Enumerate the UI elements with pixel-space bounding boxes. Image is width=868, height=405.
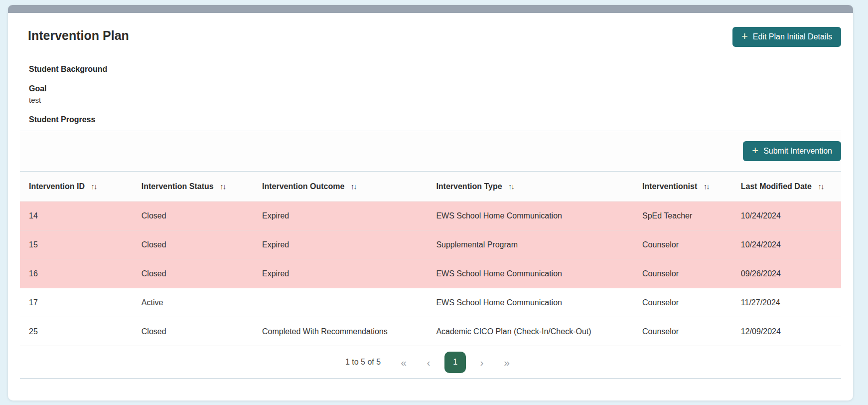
table-body: 14ClosedExpiredEWS School Home Communica…: [20, 202, 841, 346]
cell-id: 16: [20, 259, 133, 288]
cell-type: EWS School Home Communication: [427, 288, 633, 317]
cell-outcome: Expired: [253, 202, 427, 230]
table-row[interactable]: 14ClosedExpiredEWS School Home Communica…: [20, 202, 841, 230]
table-row[interactable]: 25ClosedCompleted With RecommendationsAc…: [20, 317, 841, 346]
column-label: Intervention Type: [436, 182, 502, 191]
sort-icon[interactable]: ↑↓: [351, 182, 356, 191]
card-top-accent-bar: [8, 5, 853, 13]
table-row[interactable]: 17ActiveEWS School Home CommunicationCou…: [20, 288, 841, 317]
student-progress-label: Student Progress: [29, 115, 841, 124]
cell-last-modified: 09/26/2024: [732, 259, 841, 288]
goal-value: test: [29, 96, 841, 104]
cell-type: Supplemental Program: [427, 230, 633, 259]
last-page-button[interactable]: »: [498, 353, 516, 371]
cell-interventionist: Counselor: [633, 230, 732, 259]
cell-interventionist: SpEd Teacher: [633, 202, 732, 230]
submit-intervention-label: Submit Intervention: [763, 147, 832, 156]
cell-status: Closed: [133, 230, 253, 259]
column-header-intervention-id[interactable]: Intervention ID ↑↓: [20, 172, 133, 202]
page-1-button[interactable]: 1: [444, 352, 466, 373]
sort-icon[interactable]: ↑↓: [220, 182, 225, 191]
cell-last-modified: 10/24/2024: [732, 230, 841, 259]
pagination: 1 to 5 of 5 « ‹ 1 › »: [20, 346, 841, 378]
card-body: Intervention Plan + Edit Plan Initial De…: [8, 27, 853, 379]
pagination-summary: 1 to 5 of 5: [345, 358, 381, 367]
cell-status: Closed: [133, 317, 253, 346]
column-label: Last Modified Date: [741, 182, 812, 191]
sort-icon[interactable]: ↑↓: [91, 182, 96, 191]
cell-outcome: Expired: [253, 259, 427, 288]
plus-icon: +: [741, 31, 748, 42]
cell-id: 15: [20, 230, 133, 259]
cell-type: EWS School Home Communication: [427, 202, 633, 230]
cell-status: Closed: [133, 259, 253, 288]
edit-plan-details-label: Edit Plan Initial Details: [753, 32, 832, 41]
sort-icon[interactable]: ↑↓: [508, 182, 514, 191]
goal-label: Goal: [29, 84, 841, 93]
student-background-label: Student Background: [29, 65, 841, 74]
column-header-intervention-type[interactable]: Intervention Type ↑↓: [427, 172, 633, 202]
intervention-plan-card: Intervention Plan + Edit Plan Initial De…: [8, 5, 853, 401]
cell-id: 17: [20, 288, 133, 317]
cell-last-modified: 10/24/2024: [732, 202, 841, 230]
column-label: Intervention ID: [29, 182, 85, 191]
column-label: Interventionist: [642, 182, 697, 191]
cell-status: Active: [133, 288, 253, 317]
plus-icon: +: [752, 145, 758, 156]
page-title: Intervention Plan: [28, 28, 129, 43]
cell-interventionist: Counselor: [633, 259, 732, 288]
interventions-toolbar: + Submit Intervention: [20, 131, 841, 171]
table-row[interactable]: 15ClosedExpiredSupplemental ProgramCouns…: [20, 230, 841, 259]
next-page-button[interactable]: ›: [473, 353, 491, 371]
column-header-last-modified-date[interactable]: Last Modified Date ↑↓: [732, 172, 841, 202]
edit-plan-details-button[interactable]: + Edit Plan Initial Details: [732, 27, 841, 47]
sort-icon[interactable]: ↑↓: [704, 182, 709, 191]
column-header-intervention-status[interactable]: Intervention Status ↑↓: [133, 172, 253, 202]
cell-outcome: Expired: [253, 230, 427, 259]
column-header-interventionist[interactable]: Interventionist ↑↓: [633, 172, 732, 202]
sort-icon[interactable]: ↑↓: [818, 182, 823, 191]
table-header: Intervention ID ↑↓ Intervention Status ↑…: [20, 172, 841, 202]
cell-outcome: [253, 288, 427, 317]
cell-id: 14: [20, 202, 133, 230]
title-row: Intervention Plan + Edit Plan Initial De…: [20, 27, 841, 47]
cell-type: EWS School Home Communication: [427, 259, 633, 288]
cell-id: 25: [20, 317, 133, 346]
cell-last-modified: 12/09/2024: [732, 317, 841, 346]
cell-outcome: Completed With Recommendations: [253, 317, 427, 346]
cell-interventionist: Counselor: [633, 317, 732, 346]
column-label: Intervention Outcome: [262, 182, 344, 191]
table-row[interactable]: 16ClosedExpiredEWS School Home Communica…: [20, 259, 841, 288]
bottom-divider: [20, 378, 841, 379]
submit-intervention-button[interactable]: + Submit Intervention: [743, 141, 841, 161]
column-label: Intervention Status: [142, 182, 214, 191]
interventions-table: Intervention ID ↑↓ Intervention Status ↑…: [20, 171, 841, 346]
cell-last-modified: 11/27/2024: [732, 288, 841, 317]
plan-meta-section: Student Background Goal test Student Pro…: [29, 65, 841, 124]
column-header-intervention-outcome[interactable]: Intervention Outcome ↑↓: [253, 172, 427, 202]
cell-status: Closed: [133, 202, 253, 230]
cell-interventionist: Counselor: [633, 288, 732, 317]
previous-page-button[interactable]: ‹: [420, 353, 437, 371]
cell-type: Academic CICO Plan (Check-In/Check-Out): [427, 317, 633, 346]
first-page-button[interactable]: «: [395, 353, 413, 371]
